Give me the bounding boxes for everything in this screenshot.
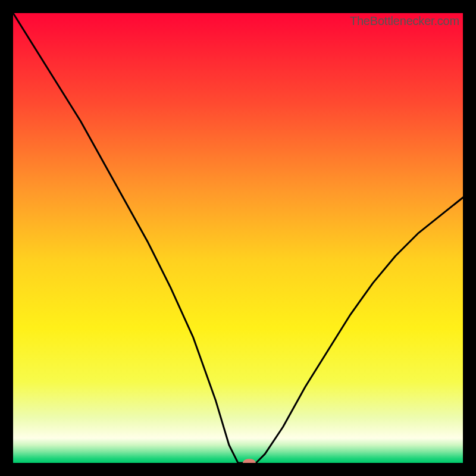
- bottleneck-chart: [13, 13, 463, 463]
- chart-frame: TheBottlenecker.com: [13, 13, 463, 463]
- attribution-label: TheBottlenecker.com: [350, 14, 459, 28]
- chart-background: [13, 13, 463, 463]
